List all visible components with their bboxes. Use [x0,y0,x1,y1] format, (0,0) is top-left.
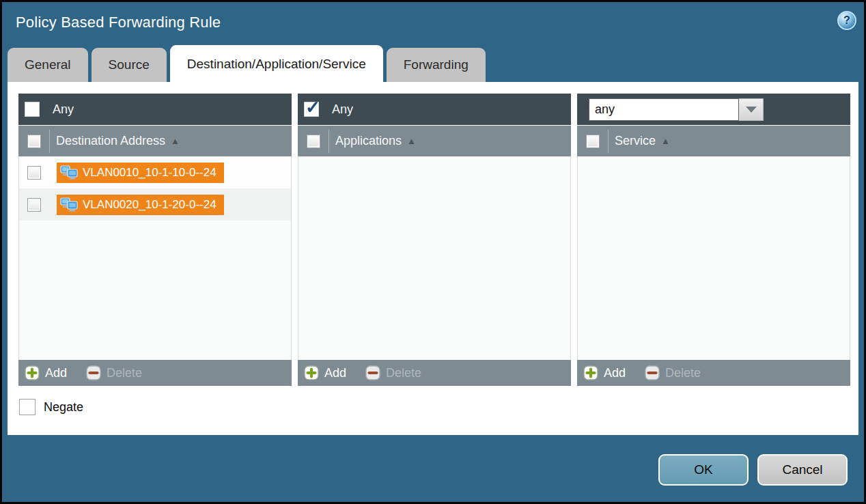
destination-address-column: Any Destination Address ▲ VLAN0010_10-1-… [18,94,292,386]
header-divider [49,130,50,153]
dialog-title: Policy Based Forwarding Rule [16,14,221,31]
plus-icon [304,365,319,380]
service-list [577,156,850,360]
network-address-icon [60,197,78,212]
destination-any-bar: Any [18,94,292,125]
tab-general[interactable]: General [8,48,88,82]
negate-checkbox[interactable] [19,399,36,415]
address-object-label: VLAN0010_10-1-10-0--24 [83,166,216,180]
service-header[interactable]: Service ▲ [577,126,850,156]
network-address-icon [60,165,78,180]
applications-any-bar: ✓ Any [298,94,571,125]
cancel-button[interactable]: Cancel [757,454,848,486]
destination-header-label: Destination Address [56,134,165,148]
tab-forwarding[interactable]: Forwarding [387,48,486,82]
delete-button[interactable]: Delete [86,365,142,380]
ok-button[interactable]: OK [658,454,749,486]
header-divider [329,130,329,153]
tab-source[interactable]: Source [92,48,167,82]
service-header-label: Service [615,134,656,148]
sort-asc-icon: ▲ [661,136,670,146]
minus-icon [365,365,380,380]
service-select-all-checkbox[interactable] [586,135,600,148]
negate-label: Negate [44,400,83,415]
service-footer-bar: Add Delete [577,360,850,386]
minus-icon [86,365,101,380]
service-dropdown: any [589,98,764,121]
delete-button[interactable]: Delete [365,365,421,380]
policy-based-forwarding-dialog: Policy Based Forwarding Rule ? General S… [0,0,866,504]
service-dropdown-button[interactable] [739,98,764,121]
delete-button[interactable]: Delete [645,365,701,380]
service-any-bar: any [577,94,850,125]
applications-header[interactable]: Applications ▲ [298,126,571,156]
plus-icon [583,365,598,380]
dialog-footer: OK Cancel [2,435,864,486]
tab-content-panel: Any Destination Address ▲ VLAN0010_10-1-… [8,82,858,435]
service-column: any Service ▲ Add [577,94,850,386]
address-object-chip[interactable]: VLAN0010_10-1-10-0--24 [57,163,224,183]
row-checkbox[interactable] [27,166,41,180]
address-object-chip[interactable]: VLAN0020_10-1-20-0--24 [57,195,224,215]
add-button[interactable]: Add [583,365,626,380]
header-divider [608,130,609,153]
tab-bar: General Source Destination/Application/S… [2,45,864,82]
table-row[interactable]: VLAN0020_10-1-20-0--24 [19,188,291,221]
destination-select-all-checkbox[interactable] [27,135,41,148]
applications-any-checkbox[interactable]: ✓ [304,102,319,117]
destination-any-checkbox[interactable] [25,102,40,117]
applications-any-label: Any [332,102,353,117]
applications-header-label: Applications [335,134,402,148]
row-checkbox[interactable] [27,198,41,212]
address-object-label: VLAN0020_10-1-20-0--24 [83,198,216,212]
check-icon: ✓ [305,98,320,116]
destination-any-label: Any [53,102,74,117]
plus-icon [25,365,40,380]
negate-row: Negate [19,399,858,415]
service-dropdown-value[interactable]: any [589,98,739,121]
applications-select-all-checkbox[interactable] [307,135,320,148]
applications-footer-bar: Add Delete [298,360,571,386]
dialog-titlebar: Policy Based Forwarding Rule ? [2,2,864,45]
destination-footer-bar: Add Delete [18,360,292,386]
table-row[interactable]: VLAN0010_10-1-10-0--24 [19,156,291,188]
help-icon[interactable]: ? [837,11,856,30]
sort-asc-icon: ▲ [171,136,180,146]
destination-address-header[interactable]: Destination Address ▲ [18,126,292,156]
applications-column: ✓ Any Applications ▲ Add [298,94,571,386]
add-button[interactable]: Add [304,365,346,380]
sort-asc-icon: ▲ [407,136,416,146]
destination-address-list: VLAN0010_10-1-10-0--24 VLAN0020_10-1-20-… [18,156,292,360]
applications-list [298,156,571,360]
minus-icon [645,365,660,380]
tab-destination-application-service[interactable]: Destination/Application/Service [170,45,383,82]
add-button[interactable]: Add [25,365,67,380]
chevron-down-icon [746,107,757,113]
